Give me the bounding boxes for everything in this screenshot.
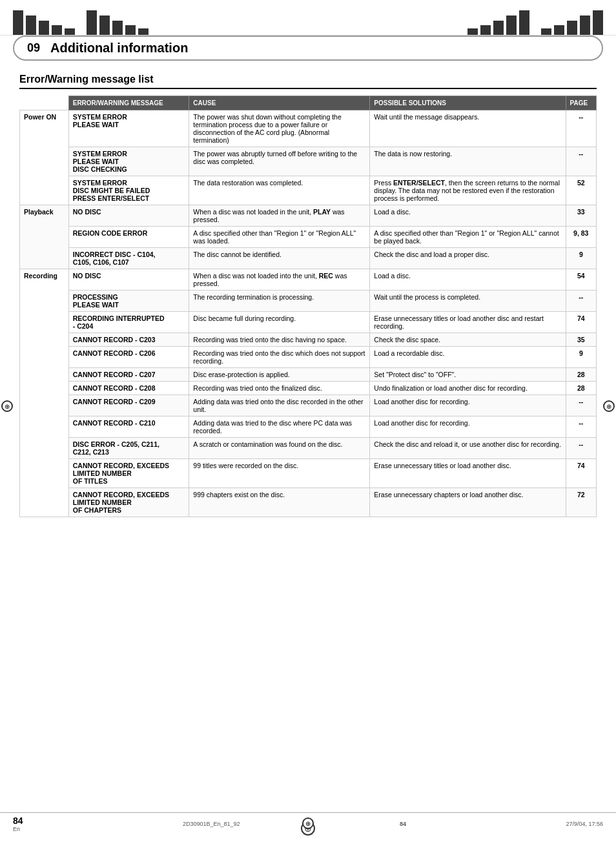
bar-r8 — [567, 21, 577, 35]
bar8 — [112, 21, 123, 35]
solution-13: Undo finalization or load another disc f… — [370, 382, 566, 395]
page-3: 52 — [566, 176, 596, 205]
th-empty — [20, 96, 69, 110]
bar-r2 — [480, 25, 491, 35]
footer-page-center: 84 — [400, 821, 406, 827]
error-table: ERROR/WARNING MESSAGE CAUSE POSSIBLE SOL… — [19, 96, 597, 517]
table-row: CANNOT RECORD, EXCEEDS LIMITED NUMBEROF … — [20, 459, 597, 488]
th-solution: POSSIBLE SOLUTIONS — [370, 96, 566, 110]
cause-15: Adding data was tried to the disc where … — [189, 416, 370, 438]
table-row: SYSTEM ERRORPLEASE WAITDISC CHECKING The… — [20, 147, 597, 176]
bar-r6 — [541, 28, 551, 35]
solution-12: Set "Protect disc" to "OFF". — [370, 368, 566, 382]
section-title: Error/Warning message list — [19, 74, 597, 89]
page-number: 84 — [13, 816, 23, 826]
page-8: -- — [566, 291, 596, 312]
solution-10: Check the disc space. — [370, 333, 566, 347]
bar4 — [52, 25, 62, 35]
table-row: PROCESSINGPLEASE WAIT The recording term… — [20, 291, 597, 312]
cause-6: The disc cannot be identified. — [189, 248, 370, 269]
table-row: CANNOT RECORD, EXCEEDS LIMITED NUMBEROF … — [20, 488, 597, 517]
bar6 — [87, 10, 97, 35]
left-compass-circle: ⊕ — [1, 400, 13, 412]
chapter-number: 09 — [27, 41, 40, 55]
category-playback: Playback — [20, 205, 69, 269]
footer-date: 27/9/04, 17:56 — [566, 821, 603, 827]
cause-16: A scratch or contamination was found on … — [189, 438, 370, 459]
msg-5: REGION CODE ERROR — [68, 227, 189, 248]
category-recording: Recording — [20, 269, 69, 517]
cause-13: Recording was tried onto the finalized d… — [189, 382, 370, 395]
page-footer: 84 En 2D30901B_En_81_92 84 27/9/04, 17:5… — [0, 812, 616, 832]
bar-r1 — [467, 28, 478, 35]
solution-15: Load another disc for recording. — [370, 416, 566, 438]
msg-2: SYSTEM ERRORPLEASE WAITDISC CHECKING — [68, 147, 189, 176]
left-compass: ⊕ — [1, 400, 13, 412]
msg-9: RECORDING INTERRUPTED- C204 — [68, 312, 189, 333]
table-row: REGION CODE ERROR A disc specified other… — [20, 227, 597, 248]
footer-left: 84 En — [13, 816, 23, 832]
bar-r5 — [519, 10, 529, 35]
right-compass-circle: ⊕ — [603, 400, 615, 412]
cause-9: Disc became full during recording. — [189, 312, 370, 333]
table-row: Playback NO DISC When a disc was not loa… — [20, 205, 597, 227]
solution-17: Erase unnecessary titles or load another… — [370, 459, 566, 488]
bar5 — [65, 28, 75, 35]
footer-doc-code: 2D30901B_En_81_92 — [183, 821, 240, 827]
table-row: SYSTEM ERRORDISC MIGHT BE FAILEDPRESS EN… — [20, 176, 597, 205]
page-6: 9 — [566, 248, 596, 269]
msg-12: CANNOT RECORD - C207 — [68, 368, 189, 382]
page-17: 74 — [566, 459, 596, 488]
bottom-compass: ⊕ — [302, 817, 314, 829]
page-12: 28 — [566, 368, 596, 382]
table-row: INCORRECT DISC - C104,C105, C106, C107 T… — [20, 248, 597, 269]
msg-8: PROCESSINGPLEASE WAIT — [68, 291, 189, 312]
table-row: CANNOT RECORD - C210 Adding data was tri… — [20, 416, 597, 438]
table-row: CANNOT RECORD - C206 Recording was tried… — [20, 347, 597, 368]
bar3 — [39, 21, 49, 35]
table-row: Recording NO DISC When a disc was not lo… — [20, 269, 597, 291]
cause-11: Recording was tried onto the disc which … — [189, 347, 370, 368]
bar-r3 — [493, 21, 504, 35]
page-5: 9, 83 — [566, 227, 596, 248]
table-row: CANNOT RECORD - C207 Disc erase-protecti… — [20, 368, 597, 382]
page-16: -- — [566, 438, 596, 459]
cause-7: When a disc was not loaded into the unit… — [189, 269, 370, 291]
solution-16: Check the disc and reload it, or use ano… — [370, 438, 566, 459]
msg-3: SYSTEM ERRORDISC MIGHT BE FAILEDPRESS EN… — [68, 176, 189, 205]
msg-18: CANNOT RECORD, EXCEEDS LIMITED NUMBEROF … — [68, 488, 189, 517]
page-sub: En — [13, 826, 23, 832]
solution-4: Load a disc. — [370, 205, 566, 227]
cause-4: When a disc was not loaded in the unit, … — [189, 205, 370, 227]
msg-10: CANNOT RECORD - C203 — [68, 333, 189, 347]
cause-18: 999 chapters exist on the disc. — [189, 488, 370, 517]
page-4: 33 — [566, 205, 596, 227]
th-page: PAGE — [566, 96, 596, 110]
deco-bars-left — [13, 10, 149, 35]
bar2 — [26, 15, 36, 35]
cause-3: The data restoration was completed. — [189, 176, 370, 205]
cause-10: Recording was tried onto the disc having… — [189, 333, 370, 347]
table-row: RECORDING INTERRUPTED- C204 Disc became … — [20, 312, 597, 333]
bar9 — [125, 25, 136, 35]
page-13: 28 — [566, 382, 596, 395]
page-9: 74 — [566, 312, 596, 333]
top-decoration: ⊕ — [0, 0, 616, 36]
msg-11: CANNOT RECORD - C206 — [68, 347, 189, 368]
main-content: Error/Warning message list ERROR/WARNING… — [19, 74, 597, 517]
solution-1: Wait until the message disappears. — [370, 110, 566, 147]
msg-6: INCORRECT DISC - C104,C105, C106, C107 — [68, 248, 189, 269]
msg-16: DISC ERROR - C205, C211,C212, C213 — [68, 438, 189, 459]
msg-17: CANNOT RECORD, EXCEEDS LIMITED NUMBEROF … — [68, 459, 189, 488]
page-2: -- — [566, 147, 596, 176]
table-row: CANNOT RECORD - C203 Recording was tried… — [20, 333, 597, 347]
table-row: DISC ERROR - C205, C211,C212, C213 A scr… — [20, 438, 597, 459]
cause-14: Adding data was tried onto the disc reco… — [189, 395, 370, 416]
bar-r10 — [593, 10, 603, 35]
right-compass: ⊕ — [603, 400, 615, 412]
solution-9: Erase unnecessary titles or load another… — [370, 312, 566, 333]
chapter-title: Additional information — [50, 41, 188, 56]
cause-2: The power was abruptly turned off before… — [189, 147, 370, 176]
solution-11: Load a recordable disc. — [370, 347, 566, 368]
solution-8: Wait until the process is completed. — [370, 291, 566, 312]
